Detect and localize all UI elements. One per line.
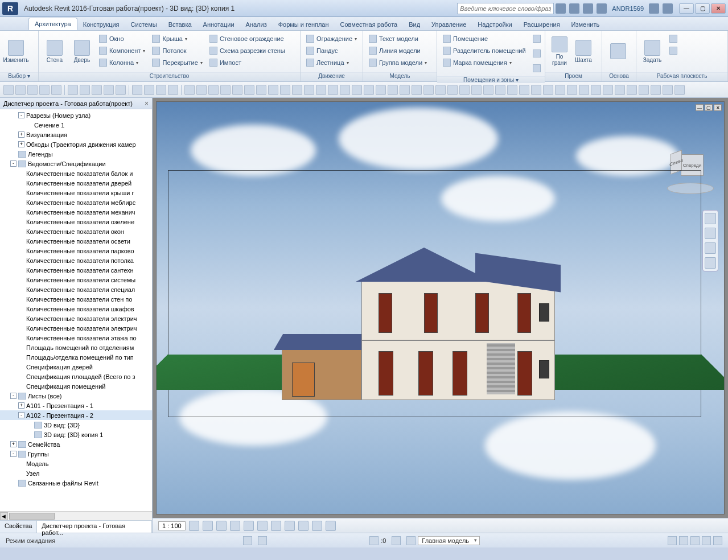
tree-expander-icon[interactable]: - bbox=[10, 393, 17, 399]
horizontal-scrollbar[interactable]: ◄ bbox=[0, 511, 152, 520]
qat-button-34[interactable] bbox=[423, 85, 434, 95]
analytic-icon[interactable] bbox=[312, 521, 322, 531]
window-close-button[interactable]: ✕ bbox=[711, 3, 726, 14]
tree-expander-icon[interactable]: - bbox=[18, 412, 24, 418]
user-label[interactable]: ANDR1569 bbox=[612, 5, 644, 12]
project-browser-close-button[interactable]: × bbox=[145, 100, 149, 108]
constraints-icon[interactable] bbox=[326, 521, 336, 531]
ribbon-tab-0[interactable]: Архитектура bbox=[28, 18, 77, 30]
qat-button-39[interactable] bbox=[483, 85, 493, 95]
ribbon-tab-5[interactable]: Анализ bbox=[240, 19, 273, 30]
qat-button-14[interactable] bbox=[184, 85, 195, 95]
qat-button-40[interactable] bbox=[495, 85, 505, 95]
view-minimize-button[interactable]: — bbox=[696, 104, 704, 111]
qat-button-38[interactable] bbox=[471, 85, 482, 95]
qat-button-17[interactable] bbox=[220, 85, 231, 95]
ribbon-tab-9[interactable]: Управление bbox=[426, 19, 472, 30]
wall-button[interactable]: Стена bbox=[42, 33, 67, 69]
ribbon-tab-1[interactable]: Конструкция bbox=[77, 19, 125, 30]
stair-button[interactable]: Лестница▾ bbox=[304, 57, 359, 68]
view-close-button[interactable]: ✕ bbox=[714, 104, 722, 111]
sun-path-icon[interactable] bbox=[216, 521, 227, 531]
tree-item[interactable]: -А102 - Презентация - 2 bbox=[0, 410, 152, 420]
filter-select-icon[interactable] bbox=[668, 536, 677, 545]
tree-item[interactable]: Количественные показатели электрич bbox=[0, 323, 152, 333]
qat-button-36[interactable] bbox=[447, 85, 458, 95]
crop-icon[interactable] bbox=[257, 521, 268, 531]
qat-button-47[interactable] bbox=[579, 85, 589, 95]
tree-item[interactable]: Площадь помещений по отделениям bbox=[0, 343, 152, 352]
qat-button-43[interactable] bbox=[531, 85, 541, 95]
window-maximize-button[interactable]: ▢ bbox=[695, 3, 710, 14]
qat-button-3[interactable] bbox=[39, 85, 50, 95]
room-button[interactable]: Помещение bbox=[441, 33, 528, 44]
qat-button-41[interactable] bbox=[507, 85, 517, 95]
tree-expander-icon[interactable]: - bbox=[10, 451, 17, 457]
tree-item[interactable]: Количественные показатели системы bbox=[0, 275, 152, 285]
orbit-icon[interactable] bbox=[705, 257, 716, 269]
qat-button-27[interactable] bbox=[340, 85, 350, 95]
qat-button-21[interactable] bbox=[268, 85, 278, 95]
tree-item[interactable]: +Семейства bbox=[0, 439, 152, 449]
3d-viewport[interactable]: — ▢ ✕ Спереди Слева bbox=[156, 101, 725, 514]
main-model-icon[interactable] bbox=[406, 536, 416, 545]
tree-item[interactable]: -Ведомости/Спецификации bbox=[0, 159, 152, 168]
tree-item[interactable]: Количественные показатели потолка bbox=[0, 256, 152, 265]
unhide-icon[interactable] bbox=[285, 521, 295, 531]
room-tag-button[interactable]: Марка помещения▾ bbox=[441, 57, 528, 68]
tree-item[interactable]: Легенды bbox=[0, 149, 152, 159]
opening-byface-button[interactable]: По грани bbox=[549, 33, 570, 69]
star-icon[interactable] bbox=[583, 3, 593, 14]
tree-item[interactable]: Узел bbox=[0, 468, 152, 478]
qat-button-13[interactable] bbox=[168, 85, 178, 95]
qat-button-25[interactable] bbox=[316, 85, 326, 95]
qat-button-37[interactable] bbox=[459, 85, 470, 95]
room-separator-button[interactable]: Разделитель помещений bbox=[441, 45, 528, 56]
tree-item[interactable]: Количественные показатели освети bbox=[0, 236, 152, 246]
qat-button-54[interactable] bbox=[663, 85, 673, 95]
tree-expander-icon[interactable]: + bbox=[10, 441, 17, 447]
ribbon-tab-8[interactable]: Вид bbox=[403, 19, 426, 30]
qat-button-0[interactable] bbox=[3, 85, 14, 95]
window-button[interactable]: Окно bbox=[97, 33, 147, 44]
ceiling-button[interactable]: Потолок bbox=[150, 45, 204, 56]
tree-item[interactable]: Количественные показатели меблирс bbox=[0, 197, 152, 207]
qat-button-15[interactable] bbox=[196, 85, 207, 95]
tree-item[interactable]: Модель bbox=[0, 459, 152, 468]
ref-plane-icon[interactable] bbox=[667, 45, 680, 56]
view-scale[interactable]: 1 : 100 bbox=[158, 521, 186, 530]
tree-item[interactable]: Количественные показатели этажа по bbox=[0, 333, 152, 343]
search-icon[interactable] bbox=[556, 3, 566, 14]
railing-button[interactable]: Ограждение▾ bbox=[304, 33, 359, 44]
tree-item[interactable]: -Листы (все) bbox=[0, 391, 152, 401]
building-model[interactable] bbox=[282, 241, 555, 400]
tree-item[interactable]: Количественные показатели специал bbox=[0, 285, 152, 294]
temp-hide-icon[interactable] bbox=[298, 521, 309, 531]
qat-button-51[interactable] bbox=[627, 85, 637, 95]
app-menu-button[interactable]: R bbox=[2, 2, 18, 15]
signin-icon[interactable] bbox=[597, 3, 607, 14]
tree-item[interactable]: Связанные файлы Revit bbox=[0, 478, 152, 488]
qat-button-11[interactable] bbox=[144, 85, 154, 95]
ribbon-tab-6[interactable]: Формы и генплан bbox=[273, 19, 335, 30]
tree-item[interactable]: Сечение 1 bbox=[0, 120, 152, 130]
qat-button-35[interactable] bbox=[435, 85, 446, 95]
ribbon-tab-10[interactable]: Надстройки bbox=[472, 19, 517, 30]
tree-item[interactable]: Количественные показатели крыши г bbox=[0, 188, 152, 197]
drag-icon[interactable] bbox=[702, 536, 711, 545]
tree-item[interactable]: Количественные показатели электрич bbox=[0, 314, 152, 323]
filter-icon[interactable] bbox=[713, 536, 722, 545]
tree-expander-icon[interactable]: + bbox=[18, 141, 24, 147]
qat-button-33[interactable] bbox=[412, 85, 422, 95]
model-text-button[interactable]: Текст модели bbox=[367, 33, 429, 44]
select-links-icon[interactable] bbox=[369, 536, 379, 545]
roof-button[interactable]: Крыша▾ bbox=[150, 33, 204, 44]
steering-wheel-icon[interactable] bbox=[705, 213, 716, 224]
tab-project-browser[interactable]: Диспетчер проекта - Готовая работ... bbox=[37, 521, 152, 533]
area2-icon[interactable] bbox=[530, 48, 543, 59]
tree-expander-icon[interactable]: + bbox=[18, 402, 24, 409]
qat-button-29[interactable] bbox=[364, 85, 374, 95]
tree-item[interactable]: +А101 - Презентация - 1 bbox=[0, 401, 152, 410]
qat-button-19[interactable] bbox=[244, 85, 254, 95]
select-face-icon[interactable] bbox=[690, 536, 700, 545]
